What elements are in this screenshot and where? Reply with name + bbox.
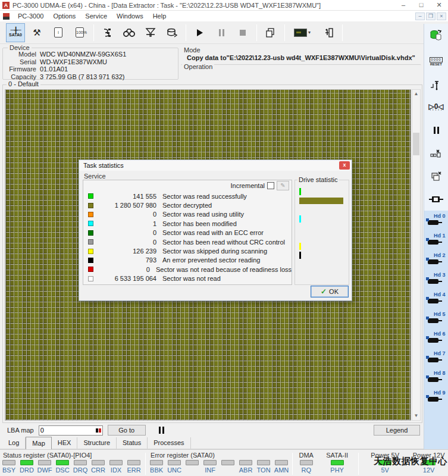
view-tab[interactable]: Log [2,437,26,449]
clear-mask-button[interactable] [426,145,446,163]
chevron-down-icon[interactable]: ▾ [308,30,311,35]
led-indicator [109,460,123,465]
view-tab[interactable]: Status [117,437,148,449]
statistics-panel: Incremental ✎ 141 555 Sector was read su… [83,180,292,285]
stop-button[interactable] [233,23,252,42]
device-field-value: WDC WD40NMZW-59GX6S1 [40,51,178,58]
hdd-port-label: Hd 1 [434,233,446,239]
reset-button[interactable]: 0000 RESET [426,52,446,70]
mdi-minimize-button[interactable]: – [415,12,425,20]
menu-item[interactable]: Windows [112,11,148,21]
menu-item[interactable]: Service [80,11,112,21]
status-led: ERR [125,460,143,474]
menu-item[interactable]: PC-3000 [13,11,48,21]
device-fields: Model WDC WD40NMZW-59GX6S1 Serial WD-WXF… [3,48,178,80]
lba-input[interactable] [40,427,92,434]
ok-button[interactable]: ✓ OK [311,286,349,298]
led-label: IDX [111,466,121,474]
hdd-port-label: Hd 4 [434,292,446,298]
menu-item[interactable]: Help [148,11,171,21]
statistic-row: 126 239 Sector was skipped during scanni… [83,246,292,255]
goto-button[interactable]: Go to [108,425,146,436]
search-button[interactable] [120,23,139,42]
hdd-port-button[interactable]: Hd 7 [425,349,447,368]
exit-button[interactable] [319,23,338,42]
database-export-button[interactable] [162,23,181,42]
close-button[interactable]: ✕ [430,0,448,10]
utility-settings-button[interactable]: ⚒ [27,23,46,42]
filter-button[interactable] [141,23,160,42]
view-tab[interactable]: HEX [52,437,78,449]
hdd-connector-icon [428,279,438,284]
device-field-value: 01.01A01 [40,65,178,73]
hdd-connector-icon [428,220,438,225]
view-tab[interactable]: Map [26,437,51,449]
hdd-port-button[interactable]: Hd 0 [425,212,447,230]
led-indicator [168,460,181,465]
hdd-port-button[interactable]: Hd 9 [425,389,447,407]
sata-connector-icon: ─╂─ [10,28,20,33]
hdd-port-button[interactable]: Hd 4 [425,290,447,309]
scroll-down-icon[interactable]: ▼ [412,412,420,420]
device-field-value: WD-WXF1E387WXMU [40,58,178,66]
statistic-row: 1 280 507 980 Sector decrypted [83,201,292,209]
dialog-close-button[interactable]: x [339,161,350,170]
legend-color-chip [88,221,93,226]
scroll-thumb[interactable] [413,133,419,155]
hdd-port-button[interactable]: Hd 5 [425,310,447,328]
hdd-port-button[interactable]: Hd 8 [425,369,447,387]
mdi-close-button[interactable]: × [437,12,446,20]
ata-connector-button[interactable] [426,190,446,208]
stop-icon [240,30,246,36]
map-pause-icon[interactable] [159,427,164,434]
tools-icon: ⚒ [33,28,40,37]
report-button[interactable]: 100% [70,23,89,42]
scroll-up-icon[interactable]: ▲ [412,90,420,98]
hdd-port-label: Hd 3 [434,272,446,278]
dialog-title-bar[interactable]: Task statistics x [79,160,352,171]
lba-hex-icon[interactable] [96,428,101,433]
legend-button[interactable]: Legend [374,425,420,436]
incremental-checkbox[interactable] [267,182,274,189]
toolbar-separator [93,24,94,41]
hdd-port-button[interactable]: Hd 3 [425,271,447,289]
start-button[interactable] [190,23,209,42]
error-led: ABR [237,460,255,474]
map-scrollbar[interactable]: ▲ ▼ [412,89,421,421]
jumpers-button[interactable] [98,23,117,42]
soft-reset-button[interactable] [426,76,446,94]
device-group-title: Device [8,44,32,51]
clear-layers-button[interactable] [426,168,446,186]
menu-items: PC-3000OptionsServiceWindowsHelp [13,11,171,21]
title-bar: A PC-3000 UDMA-E (x64) - China - [Data E… [0,0,448,11]
hdd-port-button[interactable]: Hd 1 [425,231,447,250]
sector-count: 126 239 [93,248,156,255]
maximize-button[interactable]: □ [412,0,430,10]
app-icon: A [2,2,10,9]
minimize-button[interactable]: – [394,0,412,10]
script-button[interactable]: i [49,23,68,42]
hdd-port-button[interactable]: Hd 6 [425,330,447,348]
dma-title: DMA [295,452,318,460]
map-view-button[interactable]: ▾ [289,23,317,42]
menu-item[interactable]: Options [48,11,80,21]
hdd-port-button[interactable]: Hd 2 [425,251,447,270]
watermark: 天浩数据恢复中心 [374,456,447,467]
status-led: DRD [18,460,36,474]
sidebar-pause-button[interactable] [426,121,446,139]
view-tab[interactable]: Processes [148,437,190,449]
hdd-port-label: Hd 5 [434,311,446,317]
mdi-restore-button[interactable]: ❐ [426,12,436,20]
window-title: PC-3000 UDMA-E (x64) - China - [Data Ext… [12,2,321,9]
statistic-row: 141 555 Sector was read successfully [83,192,292,201]
copy-button[interactable] [261,23,280,42]
error-led: INF [201,460,219,474]
recalibrate-button[interactable]: ▷0◁ ╵╵╵╵╵ [426,99,446,117]
edit-icon[interactable]: ✎ [277,181,289,190]
sata0-port-button[interactable]: ─╂─ SATA0 [6,23,25,42]
hdd-connector-icon [428,318,438,323]
repower-button[interactable] [426,26,446,44]
view-tab[interactable]: Structure [77,437,117,449]
pause-button[interactable] [212,23,231,42]
ruler-ticks-icon: ╵╵╵╵╵ [429,109,443,112]
